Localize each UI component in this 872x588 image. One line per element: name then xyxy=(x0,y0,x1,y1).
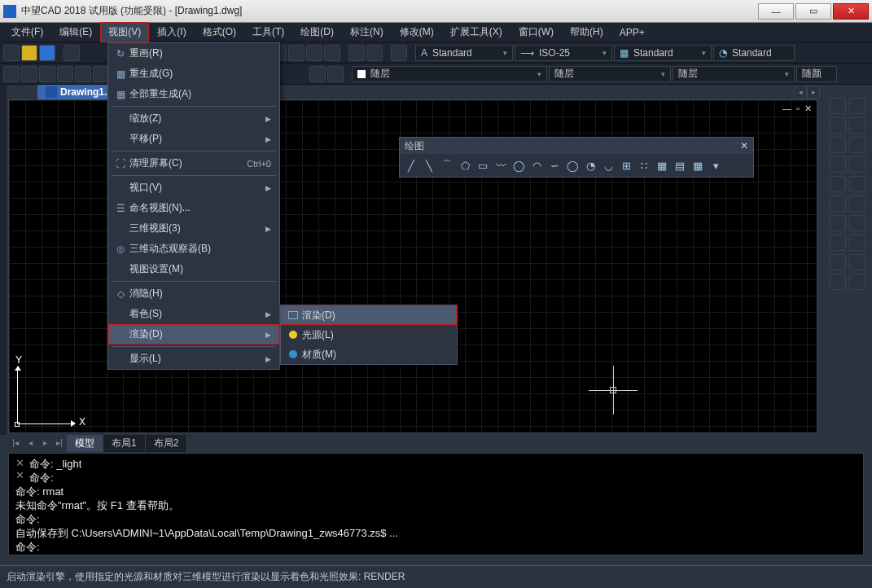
layout-next[interactable]: ▸ xyxy=(37,436,52,450)
draw-tool[interactable]: ▾ xyxy=(708,157,724,173)
draw-tool[interactable]: ╲ xyxy=(421,157,437,173)
viewmenu-item[interactable]: 平移(P)▶ xyxy=(108,129,279,149)
draw-panel[interactable]: 绘图 ✕ ╱╲⌒⬠▭〰◯◠∽◯◔◡⊞∷▦▤▦▾ xyxy=(399,137,754,178)
tablestyle-combo[interactable]: ▦Standard▾ xyxy=(614,45,712,61)
viewmenu-item[interactable]: ▦重生成(G) xyxy=(108,64,279,84)
rtool-17[interactable] xyxy=(830,254,846,270)
rtool-2[interactable] xyxy=(849,98,865,114)
new-button[interactable] xyxy=(3,45,20,61)
layer2-combo[interactable]: 随层▾ xyxy=(549,66,671,82)
viewmenu-item[interactable]: ☰命名视图(N)... xyxy=(108,198,279,218)
viewmenu-item[interactable]: 缩放(Z)▶ xyxy=(108,108,279,129)
rtool-8[interactable] xyxy=(849,156,865,173)
rendersub-item[interactable]: 材质(M) xyxy=(281,344,457,364)
tool-e[interactable] xyxy=(348,45,365,61)
rendersub-item[interactable]: 光源(L) xyxy=(281,325,457,344)
draw-tool[interactable]: ◯ xyxy=(564,157,581,173)
tool-c[interactable] xyxy=(306,45,322,61)
tool-g[interactable] xyxy=(391,45,407,61)
rtool-12[interactable] xyxy=(849,195,865,212)
layout-first[interactable]: |◂ xyxy=(8,436,23,450)
draw-tool[interactable]: ◔ xyxy=(582,157,598,173)
rtool-6[interactable] xyxy=(849,137,865,153)
print-button[interactable] xyxy=(64,45,80,61)
menu-window[interactable]: 窗口(W) xyxy=(510,22,562,42)
viewmenu-item[interactable]: 渲染(D)▶ xyxy=(108,324,279,344)
viewmenu-item[interactable]: 三维视图(3)▶ xyxy=(108,218,279,239)
document-tab[interactable]: Drawing1. xyxy=(37,85,115,99)
menu-insert[interactable]: 插入(I) xyxy=(149,22,194,42)
rendersub-item[interactable]: 渲染(D) xyxy=(281,305,457,325)
viewmenu-item[interactable]: 显示(L)▶ xyxy=(108,349,279,369)
draw-tool[interactable]: ∽ xyxy=(546,157,563,173)
tb2-e[interactable] xyxy=(75,66,91,82)
style2-combo[interactable]: ◔Standard xyxy=(713,45,795,61)
maximize-button[interactable]: ▭ xyxy=(795,3,831,20)
rtool-3[interactable] xyxy=(830,117,846,134)
rtool-13[interactable] xyxy=(830,215,846,231)
layout-last[interactable]: ▸| xyxy=(52,436,67,450)
draw-tool[interactable]: ▦ xyxy=(654,157,670,173)
menu-draw[interactable]: 绘图(D) xyxy=(292,22,342,42)
layout-model[interactable]: 模型 xyxy=(67,435,103,452)
menu-app[interactable]: APP+ xyxy=(611,24,653,42)
draw-tool[interactable]: ◡ xyxy=(600,157,616,173)
menu-tools[interactable]: 工具(T) xyxy=(244,22,292,42)
scroll-right[interactable]: ▸ xyxy=(807,86,820,99)
textstyle-combo[interactable]: AStandard▾ xyxy=(415,45,513,61)
close-button[interactable]: ✕ xyxy=(833,3,869,20)
layer4-combo[interactable]: 随颜 xyxy=(796,66,837,82)
docwin-max[interactable]: ▫ xyxy=(796,103,800,114)
layout-prev[interactable]: ◂ xyxy=(23,436,37,450)
draw-tool[interactable]: ⊞ xyxy=(618,157,634,173)
docwin-min[interactable]: — xyxy=(782,103,791,114)
tb2-i[interactable] xyxy=(327,66,344,82)
viewmenu-item[interactable]: 视口(V)▶ xyxy=(108,178,279,198)
save-button[interactable] xyxy=(39,45,55,61)
rtool-4[interactable] xyxy=(849,117,865,134)
docwin-close[interactable]: ✕ xyxy=(804,103,812,114)
minimize-button[interactable]: — xyxy=(758,3,794,20)
rtool-7[interactable] xyxy=(830,156,846,173)
draw-tool[interactable]: ▤ xyxy=(672,157,688,173)
menu-view[interactable]: 视图(V) xyxy=(100,22,149,42)
rtool-19[interactable] xyxy=(830,274,846,290)
menu-modify[interactable]: 修改(M) xyxy=(392,22,442,42)
menu-format[interactable]: 格式(O) xyxy=(195,22,244,42)
draw-tool[interactable]: ◯ xyxy=(510,157,527,173)
rtool-18[interactable] xyxy=(849,254,865,270)
rtool-20[interactable] xyxy=(849,274,865,290)
draw-panel-header[interactable]: 绘图 ✕ xyxy=(400,138,753,154)
rtool-9[interactable] xyxy=(830,176,846,192)
tb2-h[interactable] xyxy=(309,66,326,82)
viewmenu-item[interactable]: ▦全部重生成(A) xyxy=(108,84,279,104)
draw-tool[interactable]: ▦ xyxy=(690,157,706,173)
rtool-5[interactable] xyxy=(830,137,846,153)
tb2-b[interactable] xyxy=(21,66,37,82)
tb2-c[interactable] xyxy=(39,66,55,82)
tb2-d[interactable] xyxy=(57,66,73,82)
draw-tool[interactable]: ⌒ xyxy=(439,157,455,173)
viewmenu-item[interactable]: ◎三维动态观察器(B) xyxy=(108,239,279,259)
layout-1[interactable]: 布局1 xyxy=(103,435,146,452)
viewmenu-item[interactable]: ⛶清理屏幕(C)Ctrl+0 xyxy=(108,153,279,173)
rtool-15[interactable] xyxy=(830,235,846,251)
dimstyle-combo[interactable]: ⟶ISO-25▾ xyxy=(515,45,612,61)
tb2-f[interactable] xyxy=(93,66,109,82)
rtool-1[interactable] xyxy=(830,98,846,114)
draw-tool[interactable]: ⬠ xyxy=(457,157,473,173)
viewmenu-item[interactable]: ↻重画(R) xyxy=(108,43,279,64)
viewmenu-item[interactable]: ◇消隐(H) xyxy=(108,283,279,304)
draw-tool[interactable]: ∷ xyxy=(636,157,652,173)
open-button[interactable] xyxy=(21,45,37,61)
layer3-combo[interactable]: 随层▾ xyxy=(673,66,795,82)
menu-file[interactable]: 文件(F) xyxy=(3,22,51,42)
rtool-10[interactable] xyxy=(849,176,865,192)
rtool-14[interactable] xyxy=(849,215,865,231)
layer1-combo[interactable]: 随层▾ xyxy=(352,66,547,82)
command-window[interactable]: ✕✕ 命令: _light命令:命令: rmat未知命令"rmat"。按 F1 … xyxy=(8,453,864,555)
draw-tool[interactable]: ▭ xyxy=(475,157,491,173)
layout-2[interactable]: 布局2 xyxy=(146,435,188,452)
tool-b[interactable] xyxy=(288,45,305,61)
draw-tool[interactable]: 〰 xyxy=(493,157,509,173)
